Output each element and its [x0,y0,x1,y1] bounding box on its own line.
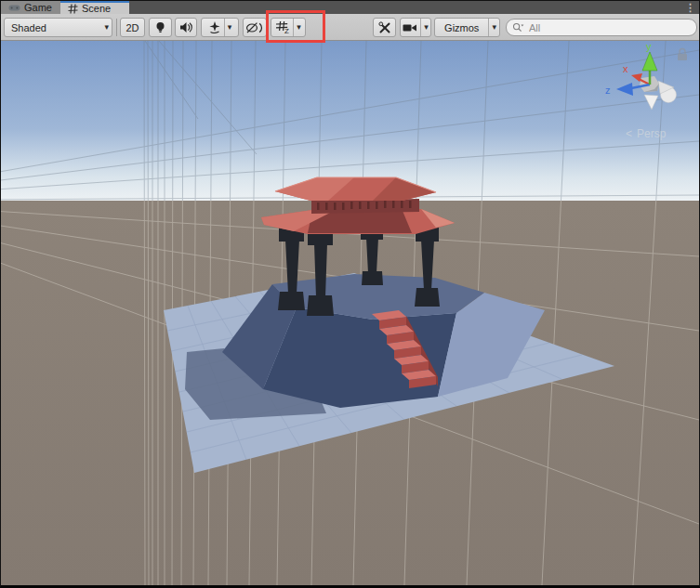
scene-visibility-button[interactable] [243,18,267,37]
gizmos-group: Gizmos ▾ [434,18,500,37]
scene-lighting-button[interactable] [149,18,172,37]
effects-sparkle-icon [208,21,221,33]
speaker-icon [179,21,192,33]
tab-scene-label: Scene [82,3,111,14]
sky [1,41,699,201]
scene-audio-button[interactable] [175,18,197,37]
scene-viewport[interactable]: y x z < Persp [1,41,699,585]
camera-dropdown-button[interactable]: ▾ [420,19,431,36]
2d-toggle-label: 2D [125,22,139,33]
grid-visibility-button[interactable]: Z [272,19,293,36]
scene-tools-button[interactable] [373,18,396,37]
projection-label[interactable]: Persp [637,127,667,140]
scene-grid-icon [68,4,78,14]
scene-render[interactable]: y x z < Persp [1,41,699,585]
eye-off-icon [245,21,264,34]
effects-toggle-button[interactable] [205,19,224,36]
grid-dropdown-button[interactable]: ▾ [293,19,304,36]
toolbar-separator [116,19,117,36]
chevron-down-icon: ▾ [101,19,112,36]
lightbulb-icon [155,21,165,34]
tools-wrench-icon [378,21,391,34]
tab-game[interactable]: Game [1,1,60,14]
search-input[interactable] [527,21,691,34]
gizmos-button[interactable]: Gizmos [435,19,488,36]
unity-editor-window: Game Scene ⋮ Shaded ▾ 2D [0,0,700,588]
axis-z-label[interactable]: z [605,85,611,96]
grid-axis-icon: Z [275,20,290,34]
tab-overflow-menu-icon[interactable]: ⋮ [685,1,695,14]
draw-mode-label: Shaded [5,22,101,33]
search-icon [512,22,524,33]
tab-scene[interactable]: Scene [60,1,129,14]
scene-camera-button[interactable] [400,19,420,36]
scene-toolbar: Shaded ▾ 2D ▾ [1,14,699,41]
gamepad-icon [8,4,20,12]
axis-y-label[interactable]: y [646,41,652,52]
tab-bar: Game Scene ⋮ [1,1,699,14]
axis-x-label[interactable]: x [623,63,628,74]
projection-arrow-icon[interactable]: < [626,127,632,140]
draw-mode-dropdown[interactable]: Shaded ▾ [4,18,112,37]
2d-toggle-button[interactable]: 2D [120,18,145,37]
grid-axis-letter: Z [284,27,289,34]
scene-effects-group: ▾ [201,18,239,37]
effects-dropdown-button[interactable]: ▾ [224,19,235,36]
scene-camera-group: ▾ [400,18,431,37]
tab-game-label: Game [24,2,52,13]
grid-visibility-group: Z ▾ [271,18,306,37]
gizmos-label: Gizmos [444,22,479,33]
scene-search-field[interactable] [506,19,697,36]
gizmos-dropdown-button[interactable]: ▾ [488,19,499,36]
camera-icon [403,22,417,33]
